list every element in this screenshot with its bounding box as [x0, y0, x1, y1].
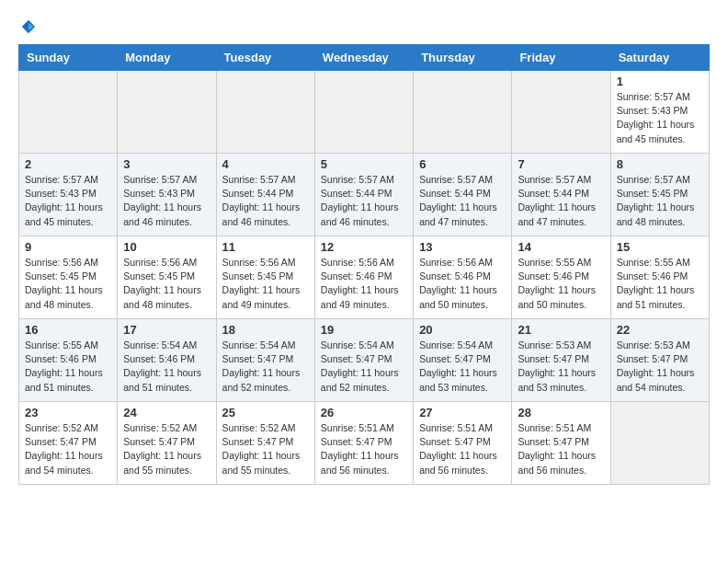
day-number: 1 — [617, 75, 703, 88]
day-number: 21 — [518, 323, 604, 337]
calendar-day-cell: 1Sunrise: 5:57 AM Sunset: 5:43 PM Daylig… — [610, 71, 709, 154]
calendar-day-cell: 12Sunrise: 5:56 AM Sunset: 5:46 PM Dayli… — [314, 236, 413, 319]
day-info: Sunrise: 5:57 AM Sunset: 5:43 PM Dayligh… — [25, 173, 111, 229]
calendar-day-cell: 4Sunrise: 5:57 AM Sunset: 5:44 PM Daylig… — [216, 154, 314, 236]
calendar-day-cell: 2Sunrise: 5:57 AM Sunset: 5:43 PM Daylig… — [19, 154, 118, 236]
calendar-day-cell — [19, 71, 118, 154]
calendar-day-cell: 23Sunrise: 5:52 AM Sunset: 5:47 PM Dayli… — [19, 402, 118, 485]
calendar-day-header: Saturday — [610, 45, 709, 71]
calendar-day-cell: 3Sunrise: 5:57 AM Sunset: 5:43 PM Daylig… — [118, 154, 216, 236]
day-info: Sunrise: 5:54 AM Sunset: 5:47 PM Dayligh… — [222, 339, 309, 395]
calendar-week-row: 2Sunrise: 5:57 AM Sunset: 5:43 PM Daylig… — [19, 154, 710, 236]
day-info: Sunrise: 5:55 AM Sunset: 5:46 PM Dayligh… — [617, 256, 703, 312]
day-info: Sunrise: 5:56 AM Sunset: 5:46 PM Dayligh… — [419, 256, 506, 312]
day-info: Sunrise: 5:54 AM Sunset: 5:46 PM Dayligh… — [123, 339, 210, 395]
calendar-week-row: 23Sunrise: 5:52 AM Sunset: 5:47 PM Dayli… — [19, 402, 710, 485]
day-info: Sunrise: 5:52 AM Sunset: 5:47 PM Dayligh… — [25, 421, 111, 477]
day-info: Sunrise: 5:55 AM Sunset: 5:46 PM Dayligh… — [25, 339, 111, 395]
day-info: Sunrise: 5:57 AM Sunset: 5:44 PM Dayligh… — [419, 173, 506, 229]
day-info: Sunrise: 5:57 AM Sunset: 5:44 PM Dayligh… — [321, 173, 407, 229]
day-number: 27 — [419, 406, 506, 419]
day-info: Sunrise: 5:54 AM Sunset: 5:47 PM Dayligh… — [419, 339, 506, 395]
day-number: 22 — [617, 323, 703, 337]
calendar-day-header: Monday — [118, 45, 216, 71]
day-info: Sunrise: 5:57 AM Sunset: 5:45 PM Dayligh… — [617, 173, 703, 229]
day-number: 10 — [123, 240, 210, 254]
day-info: Sunrise: 5:53 AM Sunset: 5:47 PM Dayligh… — [518, 339, 604, 395]
calendar-day-cell: 20Sunrise: 5:54 AM Sunset: 5:47 PM Dayli… — [414, 319, 512, 402]
logo-icon — [20, 18, 37, 35]
calendar-day-cell: 25Sunrise: 5:52 AM Sunset: 5:47 PM Dayli… — [216, 402, 314, 485]
calendar-day-cell: 17Sunrise: 5:54 AM Sunset: 5:46 PM Dayli… — [118, 319, 216, 402]
day-info: Sunrise: 5:56 AM Sunset: 5:45 PM Dayligh… — [25, 256, 111, 312]
calendar-day-cell — [610, 402, 709, 485]
day-number: 6 — [419, 157, 506, 171]
calendar-day-cell: 11Sunrise: 5:56 AM Sunset: 5:45 PM Dayli… — [216, 236, 314, 319]
calendar-day-cell: 24Sunrise: 5:52 AM Sunset: 5:47 PM Dayli… — [118, 402, 216, 485]
day-number: 17 — [123, 323, 210, 337]
logo-text — [18, 18, 37, 35]
day-info: Sunrise: 5:54 AM Sunset: 5:47 PM Dayligh… — [321, 339, 407, 395]
day-info: Sunrise: 5:56 AM Sunset: 5:46 PM Dayligh… — [321, 256, 407, 312]
calendar-week-row: 9Sunrise: 5:56 AM Sunset: 5:45 PM Daylig… — [19, 236, 710, 319]
day-info: Sunrise: 5:52 AM Sunset: 5:47 PM Dayligh… — [123, 421, 210, 477]
calendar-day-header: Friday — [512, 45, 610, 71]
calendar-day-cell: 19Sunrise: 5:54 AM Sunset: 5:47 PM Dayli… — [314, 319, 413, 402]
calendar-day-cell: 26Sunrise: 5:51 AM Sunset: 5:47 PM Dayli… — [314, 402, 413, 485]
day-number: 23 — [25, 406, 111, 419]
calendar-day-cell: 21Sunrise: 5:53 AM Sunset: 5:47 PM Dayli… — [512, 319, 610, 402]
day-number: 18 — [222, 323, 309, 337]
calendar-day-cell: 27Sunrise: 5:51 AM Sunset: 5:47 PM Dayli… — [414, 402, 512, 485]
day-number: 15 — [617, 240, 703, 254]
calendar-header-row: SundayMondayTuesdayWednesdayThursdayFrid… — [19, 45, 710, 71]
calendar-day-cell — [118, 71, 216, 154]
day-number: 7 — [518, 157, 604, 171]
calendar-day-cell: 18Sunrise: 5:54 AM Sunset: 5:47 PM Dayli… — [216, 319, 314, 402]
calendar-day-header: Thursday — [414, 45, 512, 71]
calendar-day-cell: 6Sunrise: 5:57 AM Sunset: 5:44 PM Daylig… — [414, 154, 512, 236]
calendar-table: SundayMondayTuesdayWednesdayThursdayFrid… — [18, 44, 710, 485]
day-number: 26 — [321, 406, 407, 419]
calendar-day-cell — [314, 71, 413, 154]
day-info: Sunrise: 5:52 AM Sunset: 5:47 PM Dayligh… — [222, 421, 309, 477]
day-number: 12 — [321, 240, 407, 254]
day-info: Sunrise: 5:56 AM Sunset: 5:45 PM Dayligh… — [222, 256, 309, 312]
day-number: 19 — [321, 323, 407, 337]
calendar-day-header: Wednesday — [314, 45, 413, 71]
day-number: 4 — [222, 157, 309, 171]
day-number: 14 — [518, 240, 604, 254]
calendar-day-cell: 15Sunrise: 5:55 AM Sunset: 5:46 PM Dayli… — [610, 236, 709, 319]
day-info: Sunrise: 5:51 AM Sunset: 5:47 PM Dayligh… — [419, 421, 506, 477]
calendar-day-cell: 9Sunrise: 5:56 AM Sunset: 5:45 PM Daylig… — [19, 236, 118, 319]
day-number: 5 — [321, 157, 407, 171]
day-info: Sunrise: 5:57 AM Sunset: 5:44 PM Dayligh… — [518, 173, 604, 229]
calendar-day-cell: 8Sunrise: 5:57 AM Sunset: 5:45 PM Daylig… — [610, 154, 709, 236]
day-info: Sunrise: 5:53 AM Sunset: 5:47 PM Dayligh… — [617, 339, 703, 395]
calendar-day-cell: 28Sunrise: 5:51 AM Sunset: 5:47 PM Dayli… — [512, 402, 610, 485]
calendar-day-cell: 13Sunrise: 5:56 AM Sunset: 5:46 PM Dayli… — [414, 236, 512, 319]
day-number: 8 — [617, 157, 703, 171]
calendar-day-cell — [414, 71, 512, 154]
page-header — [18, 18, 710, 35]
calendar-week-row: 1Sunrise: 5:57 AM Sunset: 5:43 PM Daylig… — [19, 71, 710, 154]
calendar-day-cell: 22Sunrise: 5:53 AM Sunset: 5:47 PM Dayli… — [610, 319, 709, 402]
calendar-day-header: Sunday — [19, 45, 118, 71]
calendar-day-cell: 10Sunrise: 5:56 AM Sunset: 5:45 PM Dayli… — [118, 236, 216, 319]
day-info: Sunrise: 5:57 AM Sunset: 5:44 PM Dayligh… — [222, 173, 309, 229]
day-info: Sunrise: 5:51 AM Sunset: 5:47 PM Dayligh… — [321, 421, 407, 477]
calendar-day-cell: 5Sunrise: 5:57 AM Sunset: 5:44 PM Daylig… — [314, 154, 413, 236]
calendar-day-cell: 16Sunrise: 5:55 AM Sunset: 5:46 PM Dayli… — [19, 319, 118, 402]
day-info: Sunrise: 5:57 AM Sunset: 5:43 PM Dayligh… — [617, 90, 703, 146]
day-number: 2 — [25, 157, 111, 171]
calendar-day-cell: 7Sunrise: 5:57 AM Sunset: 5:44 PM Daylig… — [512, 154, 610, 236]
day-info: Sunrise: 5:55 AM Sunset: 5:46 PM Dayligh… — [518, 256, 604, 312]
calendar-day-cell — [512, 71, 610, 154]
calendar-day-header: Tuesday — [216, 45, 314, 71]
day-number: 20 — [419, 323, 506, 337]
day-info: Sunrise: 5:51 AM Sunset: 5:47 PM Dayligh… — [518, 421, 604, 477]
day-number: 24 — [123, 406, 210, 419]
day-number: 16 — [25, 323, 111, 337]
day-number: 13 — [419, 240, 506, 254]
logo — [18, 18, 37, 35]
day-info: Sunrise: 5:56 AM Sunset: 5:45 PM Dayligh… — [123, 256, 210, 312]
